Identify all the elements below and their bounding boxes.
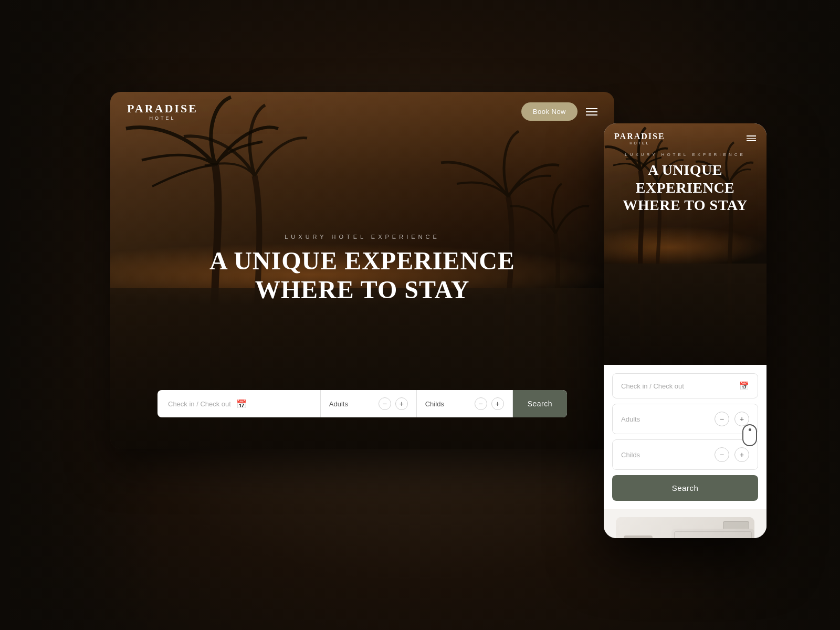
mobile-adults-field: Adults − + <box>612 404 758 434</box>
desktop-checkin-field[interactable]: Check in / Check out 📅 <box>158 390 321 417</box>
mobile-childs-field: Childs − + <box>612 439 758 470</box>
mobile-ham-line-1 <box>747 135 756 136</box>
mobile-logo[interactable]: PARADISE HOTEL <box>614 132 665 145</box>
desktop-search-button[interactable]: Search <box>513 390 567 417</box>
mobile-menu-button[interactable] <box>747 135 756 141</box>
desktop-logo-sub: HOTEL <box>127 116 198 121</box>
devices-container: PARADISE HOTEL Book Now LUXURY HOTEL EXP… <box>110 92 730 538</box>
mobile-luxury-label: LUXURY HOTEL EXPERIENCE <box>614 152 756 157</box>
desktop-adults-counter: − + <box>379 397 408 410</box>
desktop-childs-increment[interactable]: + <box>491 397 504 410</box>
mobile-mockup: PARADISE HOTEL LUXURY HOTEL EXPERIENCE A… <box>604 123 766 538</box>
desktop-hero-bg: PARADISE HOTEL Book Now LUXURY HOTEL EXP… <box>110 92 614 449</box>
preview-room-image <box>616 517 754 538</box>
desktop-logo[interactable]: PARADISE HOTEL <box>127 102 198 120</box>
desktop-adults-increment[interactable]: + <box>395 397 408 410</box>
desktop-luxury-label: LUXURY HOTEL EXPERIENCE <box>205 234 520 240</box>
mobile-logo-sub: HOTEL <box>614 141 665 145</box>
desktop-childs-counter: − + <box>475 397 504 410</box>
mobile-checkin-text: Check in / Check out <box>621 382 684 390</box>
mobile-childs-counter: − + <box>715 447 749 462</box>
desktop-adults-decrement[interactable]: − <box>379 397 391 410</box>
mobile-ham-line-2 <box>747 138 756 139</box>
water-reflection <box>110 288 614 449</box>
mobile-title-line2: EXPERIENCE <box>636 180 735 196</box>
desktop-checkin-placeholder: Check in / Check out <box>168 400 231 408</box>
mobile-checkin-field[interactable]: Check in / Check out 📅 <box>612 373 758 398</box>
hamburger-line-3 <box>586 114 597 116</box>
hamburger-line-2 <box>586 111 597 112</box>
mobile-logo-name: PARADISE <box>614 132 665 141</box>
desktop-search-bar: Check in / Check out 📅 Adults − + Childs… <box>158 390 567 417</box>
desktop-nav-right: Book Now <box>521 102 597 121</box>
mobile-nav: PARADISE HOTEL <box>604 123 766 153</box>
mobile-hero-bg: PARADISE HOTEL LUXURY HOTEL EXPERIENCE A… <box>604 123 766 365</box>
mobile-adults-label: Adults <box>621 415 640 423</box>
desktop-adults-field: Adults − + <box>321 390 417 417</box>
mobile-ham-line-3 <box>747 140 756 141</box>
mobile-adults-decrement[interactable]: − <box>715 412 729 426</box>
preview-room-detail <box>671 529 754 538</box>
desktop-mockup: PARADISE HOTEL Book Now LUXURY HOTEL EXP… <box>110 92 614 449</box>
mobile-search-button[interactable]: Search <box>612 475 758 501</box>
mobile-bottom-preview <box>604 509 766 538</box>
scroll-indicator <box>742 424 757 446</box>
mobile-adults-counter: − + <box>715 412 749 426</box>
book-now-button[interactable]: Book Now <box>521 102 578 121</box>
desktop-childs-field: Childs − + <box>417 390 513 417</box>
scroll-dot <box>749 428 751 431</box>
desktop-childs-label: Childs <box>425 400 444 408</box>
mobile-calendar-icon: 📅 <box>739 381 749 391</box>
mobile-search-section: Check in / Check out 📅 Adults − + Childs… <box>604 373 766 509</box>
mobile-childs-label: Childs <box>621 451 640 459</box>
desktop-logo-name: PARADISE <box>127 102 198 115</box>
mobile-hero-content: LUXURY HOTEL EXPERIENCE A UNIQUE EXPERIE… <box>604 152 766 214</box>
desktop-hero-content: LUXURY HOTEL EXPERIENCE A UNIQUE EXPERIE… <box>205 234 520 304</box>
desktop-childs-decrement[interactable]: − <box>475 397 487 410</box>
mobile-childs-decrement[interactable]: − <box>715 447 729 462</box>
mobile-title-line3: WHERE TO STAY <box>623 197 747 213</box>
mobile-childs-increment[interactable]: + <box>734 447 749 462</box>
hamburger-line-1 <box>586 108 597 109</box>
desktop-adults-label: Adults <box>329 400 348 408</box>
desktop-hero-title: A UNIQUE EXPERIENCE WHERE TO STAY <box>205 246 520 304</box>
desktop-nav: PARADISE HOTEL Book Now <box>110 92 614 131</box>
desktop-hero-title-line1: A UNIQUE EXPERIENCE <box>209 247 515 275</box>
mobile-water <box>604 264 766 365</box>
desktop-menu-button[interactable] <box>586 108 597 116</box>
calendar-icon: 📅 <box>236 399 247 409</box>
mobile-hero-title: A UNIQUE EXPERIENCE WHERE TO STAY <box>614 161 756 214</box>
desktop-hero-title-line2: WHERE TO STAY <box>255 276 470 303</box>
mobile-title-line1: A UNIQUE <box>648 162 722 178</box>
